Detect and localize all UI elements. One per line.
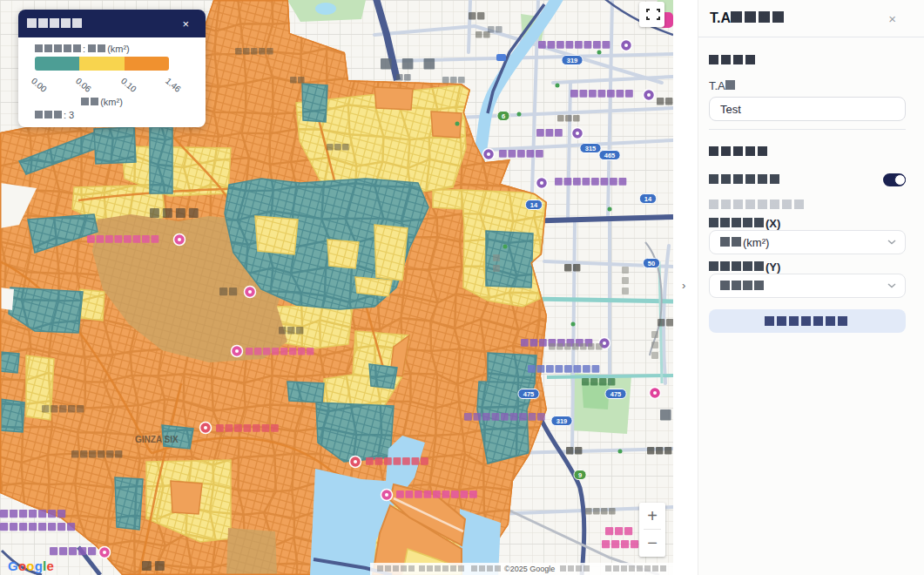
svg-text:319: 319 <box>567 57 578 64</box>
svg-text:315: 315 <box>585 145 597 152</box>
svg-text:50: 50 <box>648 260 655 267</box>
svg-text:6: 6 <box>502 112 505 120</box>
svg-text:GINZA SIX: GINZA SIX <box>135 435 179 444</box>
svg-text:14: 14 <box>644 195 652 203</box>
svg-text:14: 14 <box>530 201 538 209</box>
svg-text:9: 9 <box>578 471 582 479</box>
svg-text:319: 319 <box>556 417 568 425</box>
svg-text:475: 475 <box>610 390 622 398</box>
svg-text:475: 475 <box>523 390 535 398</box>
svg-text:465: 465 <box>604 152 616 159</box>
